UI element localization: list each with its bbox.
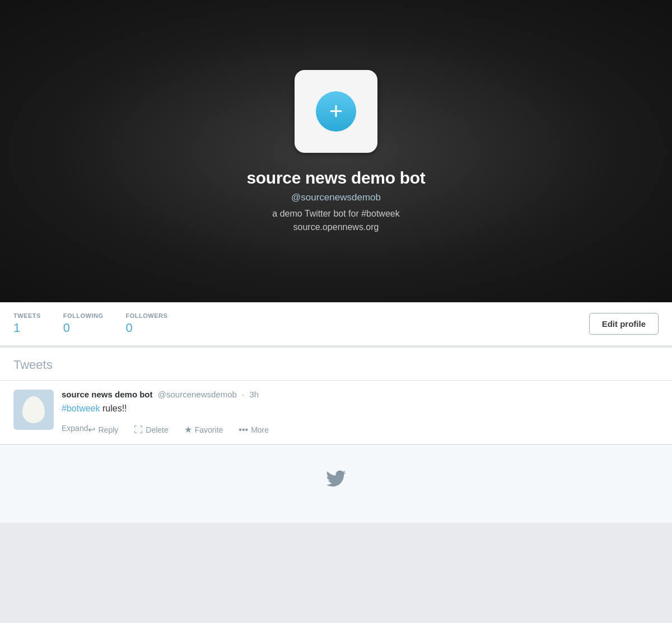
stat-tweets-value: 1 <box>13 321 41 335</box>
tweet-text: #botweek rules!! <box>62 402 659 415</box>
delete-action[interactable]: ⛶ Delete <box>134 425 168 435</box>
reply-action[interactable]: ↩ Reply <box>88 424 118 435</box>
avatar-plus-icon: + <box>316 91 356 132</box>
avatar-wrapper: + <box>295 70 377 153</box>
more-action[interactable]: ••• More <box>239 425 269 435</box>
tweets-section: Tweets source news demo bot @sourcenewsd… <box>0 346 672 444</box>
delete-icon: ⛶ <box>134 425 143 435</box>
reply-label: Reply <box>98 425 118 434</box>
tweet-time: · <box>242 390 244 399</box>
tweet-author-name: source news demo bot <box>62 390 153 399</box>
tweets-section-header: Tweets <box>0 348 672 381</box>
stat-followers-label: FOLLOWERS <box>126 312 168 319</box>
tweet-item: source news demo bot @sourcenewsdemob · … <box>0 381 672 444</box>
tweet-timestamp: 3h <box>249 390 259 399</box>
footer <box>0 444 672 523</box>
favorite-icon: ★ <box>184 424 192 435</box>
stat-followers: FOLLOWERS 0 <box>126 312 168 335</box>
stat-following-value: 0 <box>63 321 104 335</box>
stats-bar: TWEETS 1 FOLLOWING 0 FOLLOWERS 0 Edit pr… <box>0 302 672 346</box>
tweet-expand-link[interactable]: Expand <box>62 424 88 433</box>
tweet-actions: ↩ Reply ⛶ Delete ★ Favorite ••• More <box>88 424 269 435</box>
reply-icon: ↩ <box>88 424 95 435</box>
profile-handle: @sourcenewsdemob <box>291 192 381 203</box>
more-label: More <box>251 425 269 434</box>
edit-profile-button[interactable]: Edit profile <box>589 313 659 335</box>
tweet-author-handle: @sourcenewsdemob <box>158 390 237 399</box>
tweet-body: source news demo bot @sourcenewsdemob · … <box>62 390 659 435</box>
stat-followers-value: 0 <box>126 321 168 335</box>
stat-following-label: FOLLOWING <box>63 312 104 319</box>
stat-following: FOLLOWING 0 <box>63 312 104 335</box>
profile-name: source news demo bot <box>246 168 425 188</box>
tweet-text-content: rules!! <box>100 404 127 413</box>
delete-label: Delete <box>146 425 168 434</box>
twitter-bird-icon <box>325 467 347 495</box>
header-banner: + source news demo bot @sourcenewsdemob … <box>0 0 672 302</box>
stat-tweets: TWEETS 1 <box>13 312 41 335</box>
tweet-avatar <box>13 390 54 430</box>
tweet-meta: source news demo bot @sourcenewsdemob · … <box>62 390 659 399</box>
favorite-action[interactable]: ★ Favorite <box>184 424 223 435</box>
profile-bio: a demo Twitter bot for #botweek <box>272 209 399 219</box>
profile-url: source.opennews.org <box>293 222 379 232</box>
egg-avatar-icon <box>22 396 45 423</box>
favorite-label: Favorite <box>195 425 223 434</box>
tweet-hashtag[interactable]: #botweek <box>62 404 100 413</box>
stat-tweets-label: TWEETS <box>13 312 41 319</box>
more-icon: ••• <box>239 425 248 435</box>
